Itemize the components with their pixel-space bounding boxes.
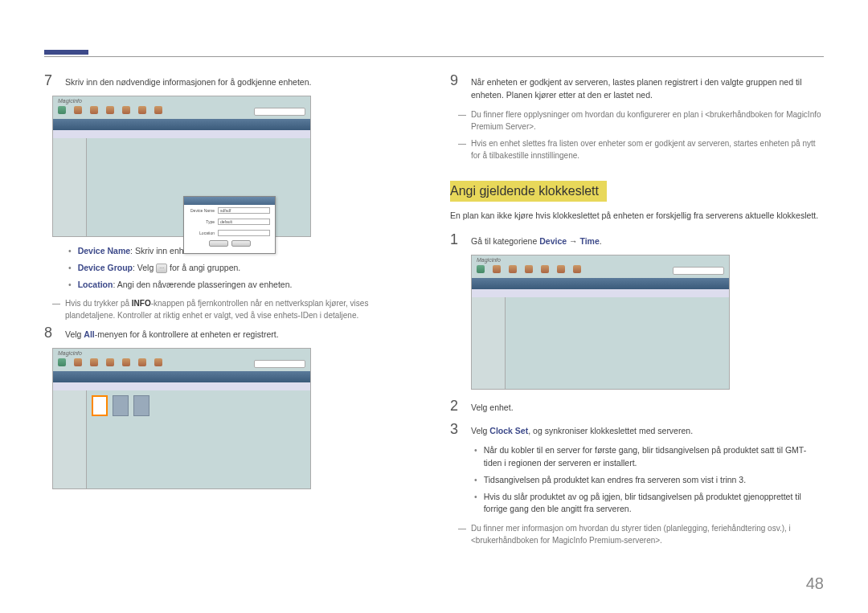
note-plan-config: ― Du finner flere opplysninger om hvorda… <box>458 108 824 133</box>
step-number: 1 <box>450 231 461 248</box>
app-title: Magicinfo <box>477 257 501 263</box>
info-note: ― Hvis du trykker på INFO-knappen på fje… <box>52 297 418 321</box>
step-number: 3 <box>450 421 461 438</box>
step-text: Gå til kategoriene Device → Time. <box>471 235 824 248</box>
bullet-text-pre: : Velg <box>133 263 156 272</box>
bullet-label: Location <box>78 280 113 289</box>
bullet-dot: • <box>68 279 72 292</box>
dialog-header <box>184 197 275 205</box>
search-box <box>673 267 724 275</box>
screenshot-device-time: Magicinfo <box>471 255 730 390</box>
step-number: 7 <box>44 72 55 89</box>
bullet-location: • Location: Angi den nåværende plasserin… <box>68 279 418 292</box>
s1-post: . <box>600 236 602 246</box>
cancel-button <box>231 240 251 247</box>
sub-toolbar <box>472 289 729 297</box>
step-7: 7 Skriv inn den nødvendige informasjonen… <box>44 72 418 89</box>
search-box <box>254 360 305 368</box>
main-area <box>87 390 310 488</box>
header-rule <box>44 56 824 57</box>
step-number: 8 <box>44 325 55 341</box>
note-device-delete: ― Hvis en enhet slettes fra listen over … <box>458 137 824 161</box>
section-heading: Angi gjeldende klokkeslett <box>450 181 607 202</box>
dialog-label: Device Name <box>189 208 215 213</box>
bullet-dot: • <box>68 245 72 258</box>
app-title: Magicinfo <box>58 350 82 356</box>
step8-pre: Velg <box>65 329 84 339</box>
bullet-text-post: for å angi gruppen. <box>167 263 240 272</box>
dialog-label: Location <box>189 231 215 235</box>
note-text: Hvis en enhet slettes fra listen over en… <box>471 137 824 161</box>
step-text: Når enheten er godkjent av serveren, las… <box>471 76 824 102</box>
device-selected <box>92 395 108 416</box>
step-2: 2 Velg enhet. <box>450 398 824 415</box>
note-dash-icon: ― <box>458 108 466 133</box>
s1-bold1: Device <box>539 236 567 246</box>
bullet-item: • Når du kobler til en server for første… <box>474 444 824 470</box>
s3-pre: Velg <box>471 426 489 435</box>
s3-post: , og synkroniser klokkeslettet med serve… <box>528 426 693 435</box>
bullet-dot: • <box>474 474 477 487</box>
screenshot-approve-device: Magicinfo Device Name sdfsdf Type defaul… <box>52 96 311 237</box>
bullet-label: Device Group <box>78 263 133 272</box>
bullet-label: Device Name <box>78 246 130 255</box>
time-bullets: • Når du kobler til en server for første… <box>474 444 824 516</box>
ellipsis-button-icon: ··· <box>156 264 167 273</box>
right-column: 9 Når enheten er godkjent av serveren, l… <box>450 72 824 550</box>
bullet-dot: • <box>474 444 477 470</box>
screenshot-all-devices: Magicinfo <box>52 348 311 489</box>
step-text: Velg All-menyen for å kontrollere at enh… <box>65 329 418 341</box>
nav-icons <box>477 265 581 273</box>
toolbar <box>53 119 310 130</box>
step-text: Velg enhet. <box>471 402 824 415</box>
bullet-text: Tidsangivelsen på produktet kan endres f… <box>484 474 746 487</box>
two-column-layout: 7 Skriv inn den nødvendige informasjonen… <box>44 72 824 550</box>
step-text: Skriv inn den nødvendige informasjonen f… <box>65 76 418 89</box>
note-text: Du finner flere opplysninger om hvordan … <box>471 108 824 133</box>
end-note: ― Du finner mer informasjon om hvordan d… <box>458 522 824 546</box>
bullet-dot: • <box>68 262 72 275</box>
s3-bold: Clock Set <box>489 426 528 435</box>
bullet-text: Når du kobler til en server for første g… <box>484 444 824 470</box>
toolbar <box>53 371 310 382</box>
bullet-text: : Angi den nåværende plasseringen av enh… <box>113 280 292 289</box>
step-9: 9 Når enheten er godkjent av serveren, l… <box>450 72 824 102</box>
step-3: 3 Velg Clock Set, og synkroniser klokkes… <box>450 421 824 438</box>
page-number: 48 <box>806 574 824 593</box>
bullet-item: • Hvis du slår produktet av og på igjen,… <box>474 491 824 517</box>
search-box <box>254 108 305 116</box>
bullet-dot: • <box>474 491 477 517</box>
nav-icons <box>58 106 162 114</box>
section-intro: En plan kan ikke kjøre hvis klokkeslette… <box>450 210 824 223</box>
note-text: Du finner mer informasjon om hvordan du … <box>471 522 824 546</box>
step-text: Velg Clock Set, og synkroniser klokkesle… <box>471 425 824 438</box>
step8-post: -menyen for å kontrollere at enheten er … <box>95 329 279 339</box>
dialog-label: Type <box>189 219 215 224</box>
dialog-input <box>218 230 270 236</box>
toolbar <box>472 278 729 289</box>
ok-button <box>209 240 228 247</box>
left-column: 7 Skriv inn den nødvendige informasjonen… <box>44 72 418 550</box>
dialog-input: default <box>218 219 270 225</box>
step8-bold: All <box>84 329 94 339</box>
app-title: Magicinfo <box>58 98 82 104</box>
step-8: 8 Velg All-menyen for å kontrollere at e… <box>44 325 418 341</box>
bullet-text: Hvis du slår produktet av og på igjen, b… <box>484 491 824 517</box>
note-dash-icon: ― <box>458 137 466 161</box>
sidebar <box>53 390 87 488</box>
device-item <box>133 395 149 416</box>
nav-icons <box>58 358 162 366</box>
sub-toolbar <box>53 382 310 390</box>
main-area: Device Name sdfsdf Type default Location <box>87 138 310 236</box>
approve-dialog: Device Name sdfsdf Type default Location <box>183 196 276 254</box>
note-bold: INFO <box>132 299 151 308</box>
sub-toolbar <box>53 130 310 138</box>
s1-bold2: Time <box>579 236 599 246</box>
s1-pre: Gå til kategoriene <box>471 236 539 246</box>
device-item <box>113 395 129 416</box>
s1-arrow: → <box>567 236 579 246</box>
step-number: 9 <box>450 72 461 89</box>
bullet-device-group: • Device Group: Velg ··· for å angi grup… <box>68 262 418 275</box>
bullet-item: • Tidsangivelsen på produktet kan endres… <box>474 474 824 487</box>
note-dash-icon: ― <box>458 522 466 546</box>
